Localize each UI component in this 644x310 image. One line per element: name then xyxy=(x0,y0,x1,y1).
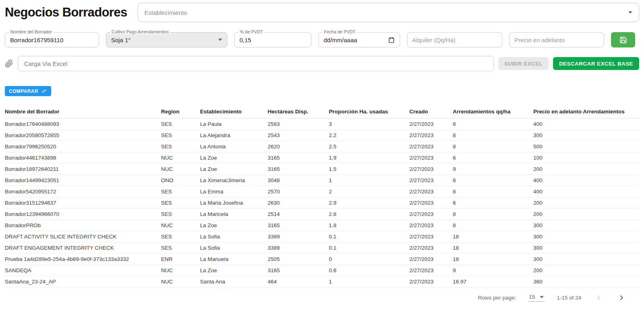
table-cell: NUC xyxy=(161,152,200,164)
column-header: Region xyxy=(161,105,200,119)
subir-excel-button[interactable]: SUBIR EXCEL xyxy=(498,57,549,70)
table-cell: 16.97 xyxy=(453,276,533,287)
table-cell: Borrador3151294637 xyxy=(5,197,161,209)
table-cell: 200 xyxy=(533,265,639,276)
table-cell: 2/27/2023 xyxy=(409,265,453,276)
table-cell: 8 xyxy=(453,119,533,130)
table-cell: 2/27/2023 xyxy=(409,209,453,220)
save-button[interactable] xyxy=(611,32,635,47)
table-row[interactable]: Borrador17640488093SESLa Paula258332/27/… xyxy=(5,119,639,130)
table-cell: 2.2 xyxy=(329,130,409,141)
table-cell: Borrador7996250520 xyxy=(5,141,161,152)
table-cell: 1.5 xyxy=(329,164,409,175)
fecha-pvdt-field[interactable]: Fecha de PVDT dd/mm/aaaa xyxy=(318,32,400,47)
table-cell: 2/27/2023 xyxy=(409,175,453,186)
table-row[interactable]: SantaAna_23-24_APNUCSanta Ana46412/27/20… xyxy=(5,276,639,287)
table-row[interactable]: Borrador18972640211NUCLa Zoe31651.52/27/… xyxy=(5,164,639,175)
table-cell: 200 xyxy=(533,197,639,209)
table-cell: 3 xyxy=(329,119,409,130)
calendar-icon[interactable] xyxy=(388,37,395,43)
table-cell: DRAFT ACTIVITY SLICE INTEGRITY CHECK xyxy=(5,231,161,242)
table-cell: NUC xyxy=(161,164,200,175)
table-cell: La Emma xyxy=(200,186,268,197)
table-cell: Borrador18972640211 xyxy=(5,164,161,175)
table-cell: ENR xyxy=(161,254,200,265)
carga-via-excel-input[interactable] xyxy=(18,56,494,71)
table-cell: 2.5 xyxy=(329,141,409,152)
table-cell: 2/27/2023 xyxy=(409,186,453,197)
table-cell: SES xyxy=(161,141,200,152)
table-row[interactable]: Borrador7996250520SESLa Antonia26202.52/… xyxy=(5,141,639,152)
rows-per-page-select[interactable]: 15 xyxy=(528,294,545,302)
table-row[interactable]: Borrador12394966070SESLa Maricela25142.8… xyxy=(5,209,639,220)
cultivo-pago-value: Soja 1° xyxy=(111,37,131,43)
table-row[interactable]: Borrador3151294637SESLa Maria Josefina26… xyxy=(5,197,639,209)
table-row[interactable]: BorradorPRObNUCLa Zoe31651.82/27/2023830… xyxy=(5,220,639,231)
table-cell: 2/27/2023 xyxy=(409,242,453,254)
table-cell: 200 xyxy=(533,209,639,220)
table-cell: 2/27/2023 xyxy=(409,130,453,141)
table-cell: 300 xyxy=(533,254,639,265)
cultivo-pago-select[interactable]: Cultivo Pago Arrendamientos Soja 1° xyxy=(106,32,227,47)
table-cell: La Antonia xyxy=(200,141,268,152)
table-cell: 0.1 xyxy=(329,231,409,242)
table-row[interactable]: SANDEQANUCLa Zoe31650.62/27/20239200 xyxy=(5,265,639,276)
rows-per-page-value: 15 xyxy=(529,294,535,300)
table-row[interactable]: Borrador20580572855SESLa Alejandra25432.… xyxy=(5,130,639,141)
alquiler-field[interactable] xyxy=(407,32,502,47)
table-cell: La Sofia xyxy=(200,231,268,242)
table-cell: 9 xyxy=(453,164,533,175)
table-cell: Prueba 1a4d289e5-254a-4b69-9e0f-373c133a… xyxy=(5,254,161,265)
table-cell: ONO xyxy=(161,175,200,186)
table-row[interactable]: Prueba 1a4d289e5-254a-4b69-9e0f-373c133a… xyxy=(5,254,639,265)
table-row[interactable]: Borrador4461743898NUCLa Zoe31651.92/27/2… xyxy=(5,152,639,164)
precio-adelanto-input[interactable] xyxy=(514,37,599,43)
table-cell: BorradorPROb xyxy=(5,220,161,231)
table-cell: 360 xyxy=(533,276,639,287)
table-cell: 2/27/2023 xyxy=(409,254,453,265)
table-cell: La Zoe xyxy=(200,220,268,231)
table-cell: 2/27/2023 xyxy=(409,141,453,152)
attach-file-button[interactable] xyxy=(5,60,13,68)
table-row[interactable]: Borrador14499423051ONOLa Ximena/Jimena30… xyxy=(5,175,639,186)
establecimiento-combobox[interactable] xyxy=(138,3,639,22)
table-cell: La Alejandra xyxy=(200,130,268,141)
pvdt-field[interactable]: % de PVDT 0,15 xyxy=(234,32,312,47)
comparar-button[interactable]: COMPARAR xyxy=(5,86,51,96)
establecimiento-input[interactable] xyxy=(144,9,628,16)
previous-page-button[interactable] xyxy=(593,294,604,302)
pvdt-value: 0,15 xyxy=(239,37,251,43)
precio-adelanto-field[interactable] xyxy=(509,32,604,47)
caret-down-icon xyxy=(540,296,544,298)
fecha-pvdt-label: Fecha de PVDT xyxy=(322,29,357,34)
table-cell: 3165 xyxy=(268,164,329,175)
table-cell: 8 xyxy=(453,186,533,197)
table-cell: 2/27/2023 xyxy=(409,119,453,130)
table-cell: 100 xyxy=(533,152,639,164)
table-row[interactable]: Borrador5420955172SESLa Emma257022/27/20… xyxy=(5,186,639,197)
table-cell: 0.1 xyxy=(329,242,409,254)
table-cell: 400 xyxy=(533,175,639,186)
table-cell: 3165 xyxy=(268,265,329,276)
drafts-table: Nombre del BorradorRegionEstablecimiento… xyxy=(5,105,639,287)
nombre-del-borrador-value: Borrador167959110 xyxy=(10,37,63,43)
table-row[interactable]: DRAFT ENGAGEMENT INTEGRITY CHECKSESLa So… xyxy=(5,242,639,254)
nombre-del-borrador-label: Nombre del Borrador xyxy=(9,29,54,34)
table-cell: DRAFT ENGAGEMENT INTEGRITY CHECK xyxy=(5,242,161,254)
descargar-excel-base-button[interactable]: DESCARCAR EXCEL BASE xyxy=(553,57,639,70)
nombre-del-borrador-field[interactable]: Nombre del Borrador Borrador167959110 xyxy=(5,32,99,47)
alquiler-input[interactable] xyxy=(412,37,497,43)
table-body: Borrador17640488093SESLa Paula258332/27/… xyxy=(5,119,639,287)
column-header: Hectáreas Disp. xyxy=(268,105,329,119)
table-cell: La Manuela xyxy=(200,254,268,265)
table-cell: Borrador17640488093 xyxy=(5,119,161,130)
next-page-button[interactable] xyxy=(616,294,627,302)
table-row[interactable]: DRAFT ACTIVITY SLICE INTEGRITY CHECKSESL… xyxy=(5,231,639,242)
chevron-left-icon xyxy=(595,294,603,302)
table-cell: La Paula xyxy=(200,119,268,130)
comparar-row: COMPARAR xyxy=(5,86,639,96)
fecha-pvdt-value: dd/mm/aaaa xyxy=(324,37,357,43)
table-cell: 8 xyxy=(453,209,533,220)
table-cell: NUC xyxy=(161,265,200,276)
table-cell: SES xyxy=(161,130,200,141)
